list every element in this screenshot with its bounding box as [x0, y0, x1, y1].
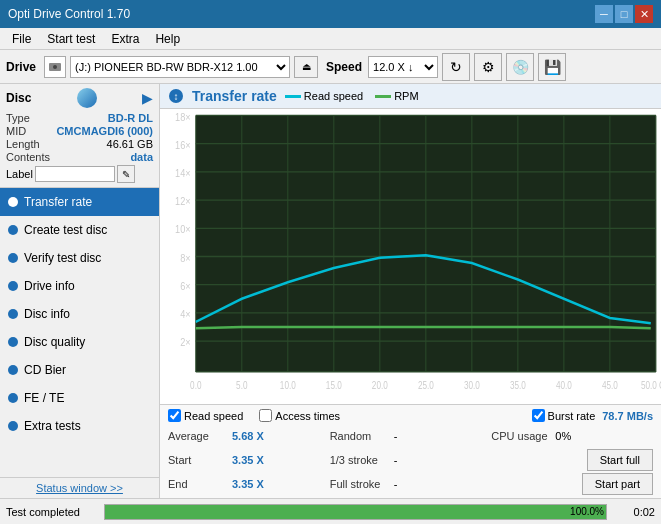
start-full-button[interactable]: Start full	[587, 449, 653, 471]
average-label: Average	[168, 430, 228, 442]
burst-rate-checkbox-label: Burst rate	[548, 410, 596, 422]
nav-dot	[8, 225, 18, 235]
nav-item-disc-info[interactable]: Disc info	[0, 300, 159, 328]
nav-dot	[8, 337, 18, 347]
progress-track: 100.0%	[104, 504, 607, 520]
access-times-checkbox[interactable]	[259, 409, 272, 422]
disc-title: Disc	[6, 91, 31, 105]
label-label: Label	[6, 168, 33, 180]
svg-text:4×: 4×	[180, 308, 190, 320]
drive-label: Drive	[6, 60, 36, 74]
svg-text:50.0 GB: 50.0 GB	[641, 380, 661, 391]
nav-item-cd-bier[interactable]: CD Bier	[0, 356, 159, 384]
chart-svg: 18× 16× 14× 12× 10× 8× 6× 4× 2× 0.0 5.0 …	[160, 109, 661, 404]
nav-item-fe-te[interactable]: FE / TE	[0, 384, 159, 412]
close-button[interactable]: ✕	[635, 5, 653, 23]
cpu-usage-label: CPU usage	[491, 430, 551, 442]
start-part-button[interactable]: Start part	[582, 473, 653, 495]
svg-text:40.0: 40.0	[556, 380, 572, 391]
menu-file[interactable]: File	[4, 30, 39, 48]
nav-dot	[8, 253, 18, 263]
maximize-button[interactable]: □	[615, 5, 633, 23]
nav-label-transfer-rate: Transfer rate	[24, 195, 92, 209]
nav-label-cd-bier: CD Bier	[24, 363, 66, 377]
time-remaining: 0:02	[615, 506, 655, 518]
nav-item-extra-tests[interactable]: Extra tests	[0, 412, 159, 440]
window-controls: ─ □ ✕	[595, 5, 653, 23]
chart-area: ↕ Transfer rate Read speed RPM	[160, 84, 661, 498]
one-third-value: -	[394, 454, 434, 466]
speed-label: Speed	[326, 60, 362, 74]
nav-item-drive-info[interactable]: Drive info	[0, 272, 159, 300]
stats-section: Read speed Access times Burst rate 78.7 …	[160, 404, 661, 498]
read-speed-legend-color	[285, 95, 301, 98]
save-button[interactable]: 💾	[538, 53, 566, 81]
menu-help[interactable]: Help	[147, 30, 188, 48]
progress-percent: 100.0%	[570, 505, 604, 519]
random-value: -	[394, 430, 434, 442]
chart-title: Transfer rate	[192, 88, 277, 104]
settings-button[interactable]: ⚙	[474, 53, 502, 81]
disc-button[interactable]: 💿	[506, 53, 534, 81]
read-speed-legend-label: Read speed	[304, 90, 363, 102]
menu-start-test[interactable]: Start test	[39, 30, 103, 48]
svg-text:10×: 10×	[175, 223, 191, 235]
speed-select[interactable]: 12.0 X ↓	[368, 56, 438, 78]
end-label: End	[168, 478, 228, 490]
read-speed-checkbox-label: Read speed	[184, 410, 243, 422]
menu-extra[interactable]: Extra	[103, 30, 147, 48]
full-stroke-label: Full stroke	[330, 478, 390, 490]
random-label: Random	[330, 430, 390, 442]
nav-label-disc-quality: Disc quality	[24, 335, 85, 349]
nav-dot	[8, 393, 18, 403]
minimize-button[interactable]: ─	[595, 5, 613, 23]
progress-bar-row: Test completed 100.0% 0:02	[0, 498, 661, 524]
burst-rate-checkbox[interactable]	[532, 409, 545, 422]
nav-dot	[8, 365, 18, 375]
average-value: 5.68 X	[232, 430, 272, 442]
stats-row-1: Average 5.68 X Random - CPU usage 0%	[168, 424, 653, 448]
app-title: Opti Drive Control 1.70	[8, 7, 130, 21]
svg-text:2×: 2×	[180, 336, 190, 348]
end-value: 3.35 X	[232, 478, 272, 490]
rpm-legend-label: RPM	[394, 90, 418, 102]
eject-button[interactable]: ⏏	[294, 56, 318, 78]
nav-item-transfer-rate[interactable]: Transfer rate	[0, 188, 159, 216]
nav-dot	[8, 421, 18, 431]
svg-text:45.0: 45.0	[602, 380, 618, 391]
start-label: Start	[168, 454, 228, 466]
refresh-button[interactable]: ↻	[442, 53, 470, 81]
status-window-button[interactable]: Status window >>	[0, 477, 159, 498]
nav-item-create-test-disc[interactable]: Create test disc	[0, 216, 159, 244]
mid-label: MID	[6, 125, 26, 137]
svg-text:5.0: 5.0	[236, 380, 247, 391]
svg-text:18×: 18×	[175, 111, 191, 123]
chart-legend: Read speed RPM	[285, 90, 419, 102]
svg-text:30.0: 30.0	[464, 380, 480, 391]
nav-item-disc-quality[interactable]: Disc quality	[0, 328, 159, 356]
cpu-usage-value: 0%	[555, 430, 595, 442]
nav-item-verify-test-disc[interactable]: Verify test disc	[0, 244, 159, 272]
drive-select[interactable]: (J:) PIONEER BD-RW BDR-X12 1.00	[70, 56, 290, 78]
checkbox-row: Read speed Access times Burst rate 78.7 …	[168, 407, 653, 424]
contents-value: data	[130, 151, 153, 163]
svg-point-1	[53, 65, 57, 69]
label-input[interactable]	[35, 166, 115, 182]
nav-label-verify-test-disc: Verify test disc	[24, 251, 101, 265]
read-speed-checkbox[interactable]	[168, 409, 181, 422]
nav-dot	[8, 281, 18, 291]
svg-text:↕: ↕	[174, 91, 179, 102]
nav-dot	[8, 197, 18, 207]
start-value: 3.35 X	[232, 454, 272, 466]
svg-text:15.0: 15.0	[326, 380, 342, 391]
nav-menu: Transfer rate Create test disc Verify te…	[0, 188, 159, 440]
label-button[interactable]: ✎	[117, 165, 135, 183]
disc-arrow-icon: ▶	[142, 90, 153, 106]
one-third-label: 1/3 stroke	[330, 454, 390, 466]
svg-text:20.0: 20.0	[372, 380, 388, 391]
chart-icon: ↕	[168, 88, 184, 104]
rpm-legend-color	[375, 95, 391, 98]
drive-icon	[44, 56, 66, 78]
status-text: Test completed	[6, 506, 96, 518]
svg-text:12×: 12×	[175, 195, 191, 207]
